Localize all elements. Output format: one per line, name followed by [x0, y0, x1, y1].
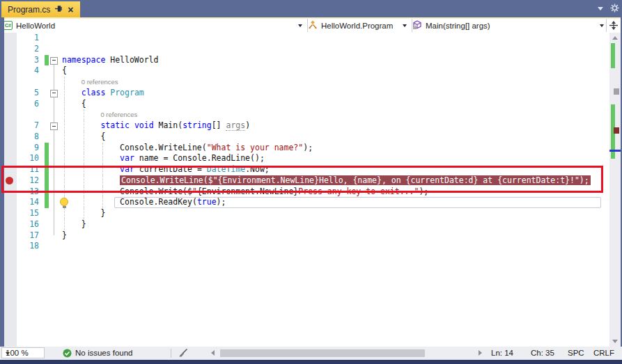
tab-title: Program.cs — [8, 5, 50, 15]
change-tracking-bar — [45, 175, 49, 187]
scroll-up-arrow-icon[interactable] — [612, 36, 618, 40]
code-area: 123namespace HelloWorld4{0 references5 c… — [4, 33, 609, 252]
indent-guide — [84, 109, 84, 120]
window-bottom-border — [0, 360, 622, 364]
line-number: 4 — [18, 65, 39, 77]
pin-icon[interactable] — [55, 5, 63, 15]
breakpoint-icon[interactable] — [6, 177, 13, 184]
health-indicator[interactable]: No issues found — [75, 349, 132, 357]
hscroll-right-arrow-icon[interactable] — [479, 350, 482, 356]
tab-program-cs[interactable]: Program.cs × — [1, 1, 80, 17]
code-line[interactable]: 11 var currentDate = DateTime.Now; — [4, 164, 609, 175]
change-tracking-bar — [45, 197, 49, 208]
code-line[interactable]: 15 } — [4, 208, 609, 219]
code-text: static void Main(string[] args) — [62, 120, 250, 132]
code-line[interactable]: 14 Console.ReadKey(true); — [4, 197, 609, 208]
line-number: 8 — [18, 132, 39, 143]
code-line[interactable]: 10 var name = Console.ReadLine(); — [4, 153, 609, 164]
line-number: 10 — [18, 153, 39, 164]
code-line[interactable]: 6 { — [4, 99, 609, 110]
code-line[interactable]: 3namespace HelloWorld — [4, 55, 609, 66]
codelens-references[interactable]: 0 references — [81, 78, 118, 86]
code-text: Console.Write($"{Environment.NewLine}Pre… — [62, 187, 428, 198]
code-line[interactable]: 16 } — [4, 219, 609, 230]
code-line[interactable]: 9 Console.WriteLine("What is your name?"… — [4, 143, 609, 154]
change-tracking-bar — [45, 187, 49, 198]
indent-guide — [64, 77, 65, 88]
code-text: } — [62, 208, 105, 219]
scrollbar-thumb-mark — [614, 88, 619, 95]
scrollbar-caret-mark — [609, 150, 621, 152]
line-number: 1 — [18, 33, 39, 44]
codelens-row[interactable]: 0 references — [4, 109, 609, 120]
line-number: 13 — [18, 187, 39, 198]
broom-icon[interactable] — [178, 348, 188, 359]
code-text: namespace HelloWorld — [62, 55, 158, 66]
codelens-references[interactable]: 0 references — [100, 111, 137, 118]
code-line[interactable]: 13 Console.Write($"{Environment.NewLine}… — [4, 187, 609, 198]
class-icon — [308, 20, 318, 31]
hscroll-thumb[interactable] — [220, 349, 425, 357]
code-line[interactable]: 4{ — [4, 65, 609, 77]
code-text: } — [62, 230, 67, 242]
code-editor[interactable]: 123namespace HelloWorld4{0 references5 c… — [4, 33, 609, 347]
code-text: var currentDate = DateTime.Now; — [62, 164, 270, 175]
code-line[interactable]: 8 { — [4, 132, 609, 143]
codelens-row[interactable]: 0 references — [4, 77, 609, 88]
fold-collapse-icon[interactable] — [50, 122, 58, 130]
line-number: 11 — [18, 164, 39, 175]
code-line[interactable]: 12 Console.WriteLine($"{Environment.NewL… — [4, 175, 609, 187]
code-text: Console.WriteLine($"{Environment.NewLine… — [62, 175, 591, 187]
divider — [171, 349, 171, 358]
zoom-dropdown[interactable]: 100 % — [1, 347, 45, 358]
hscroll-left-arrow-icon[interactable] — [211, 350, 215, 356]
indent-guide — [64, 109, 65, 120]
code-line[interactable]: 5 class Program — [4, 88, 609, 99]
code-text: { — [62, 132, 105, 143]
status-bar: 100 % No issues found Ln: 14 Ch: 35 SPC … — [0, 347, 622, 360]
status-insert-mode[interactable]: SPC — [568, 349, 584, 357]
line-number: 14 — [18, 197, 39, 208]
code-text: } — [62, 219, 86, 230]
code-line[interactable]: 18 — [4, 241, 609, 252]
code-line[interactable]: 1 — [4, 33, 609, 44]
scrollbar-change-mark — [611, 43, 615, 68]
code-line[interactable]: 2 — [4, 44, 609, 55]
project-dropdown[interactable]: C# HelloWorld — [0, 19, 308, 32]
line-number: 6 — [18, 99, 39, 110]
fold-collapse-icon[interactable] — [50, 90, 58, 97]
member-dropdown-label: Main(string[] args) — [426, 22, 490, 30]
project-dropdown-label: HelloWorld — [16, 22, 55, 30]
code-line[interactable]: 7 static void Main(string[] args) — [4, 120, 609, 132]
change-tracking-bar — [45, 153, 49, 164]
line-number: 5 — [18, 88, 39, 99]
code-text: { — [62, 65, 67, 77]
title-bar: Program.cs × — [0, 0, 622, 17]
method-icon — [412, 20, 422, 31]
gear-icon[interactable] — [610, 3, 619, 15]
scroll-down-arrow-icon[interactable] — [612, 340, 618, 343]
member-dropdown[interactable]: Main(string[] args) — [409, 19, 609, 32]
line-number: 3 — [18, 55, 39, 66]
fold-collapse-icon[interactable] — [50, 57, 58, 65]
status-column-number[interactable]: Ch: 35 — [531, 349, 554, 357]
chevron-down-icon[interactable] — [598, 7, 603, 10]
change-tracking-bar — [45, 164, 49, 175]
line-number: 7 — [18, 120, 39, 132]
type-dropdown[interactable]: HelloWorld.Program — [304, 19, 412, 32]
vertical-scrollbar[interactable] — [609, 33, 621, 347]
status-line-ending[interactable]: CRLF — [593, 349, 614, 357]
code-text: class Program — [62, 88, 144, 99]
csharp-project-icon: C# — [3, 21, 13, 30]
close-icon[interactable]: × — [68, 6, 73, 13]
chevron-down-icon — [600, 24, 604, 27]
change-tracking-bar — [45, 55, 49, 66]
line-number: 15 — [18, 208, 39, 219]
change-tracking-bar — [45, 143, 49, 154]
code-text: Console.ReadKey(true); — [62, 197, 226, 208]
code-line[interactable]: 17} — [4, 230, 609, 242]
line-number: 9 — [18, 143, 39, 154]
status-line-number[interactable]: Ln: 14 — [491, 349, 513, 357]
split-window-icon[interactable] — [606, 19, 621, 32]
code-text: { — [62, 99, 86, 110]
